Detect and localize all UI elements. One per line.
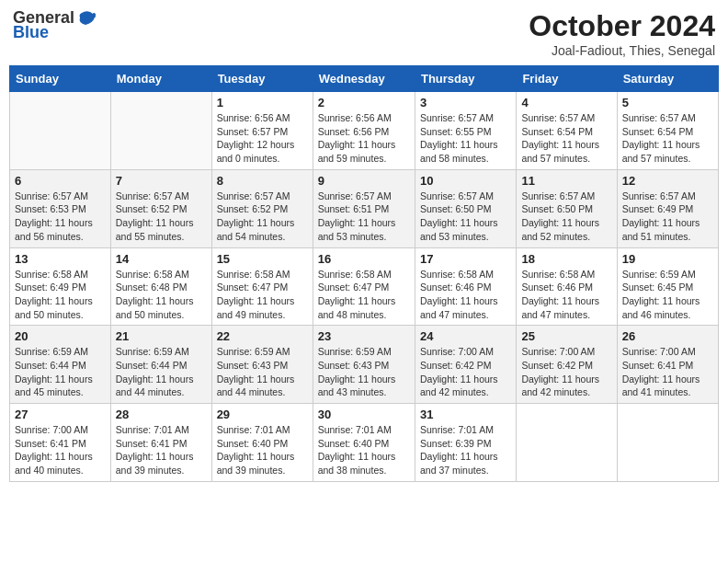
calendar-row: 20Sunrise: 6:59 AMSunset: 6:44 PMDayligh… [10,326,719,404]
table-row: 6Sunrise: 6:57 AMSunset: 6:53 PMDaylight… [10,169,111,247]
page-header: General Blue October 2024 Joal-Fadiout, … [9,9,719,58]
table-row: 15Sunrise: 6:58 AMSunset: 6:47 PMDayligh… [211,247,313,326]
calendar-row: 1Sunrise: 6:56 AMSunset: 6:57 PMDaylight… [10,92,719,170]
day-number: 20 [15,329,106,343]
day-info: Sunrise: 7:01 AMSunset: 6:41 PMDaylight:… [116,423,207,477]
day-number: 18 [521,252,611,266]
table-row: 17Sunrise: 6:58 AMSunset: 6:46 PMDayligh… [415,247,516,326]
table-row: 20Sunrise: 6:59 AMSunset: 6:44 PMDayligh… [10,326,111,404]
day-number: 7 [116,174,207,188]
calendar-row: 13Sunrise: 6:58 AMSunset: 6:49 PMDayligh… [10,247,719,326]
day-info: Sunrise: 6:58 AMSunset: 6:46 PMDaylight:… [420,268,511,322]
table-row: 29Sunrise: 7:01 AMSunset: 6:40 PMDayligh… [211,404,313,482]
day-number: 14 [116,252,207,266]
table-row: 2Sunrise: 6:56 AMSunset: 6:56 PMDaylight… [313,92,415,170]
day-info: Sunrise: 6:59 AMSunset: 6:44 PMDaylight:… [15,345,106,399]
table-row: 10Sunrise: 6:57 AMSunset: 6:50 PMDayligh… [415,169,516,247]
day-info: Sunrise: 6:57 AMSunset: 6:50 PMDaylight:… [521,190,611,244]
day-number: 19 [622,252,713,266]
col-saturday: Saturday [617,66,718,92]
table-row [10,92,111,170]
day-number: 29 [217,408,308,421]
table-row: 11Sunrise: 6:57 AMSunset: 6:50 PMDayligh… [517,169,617,247]
table-row: 18Sunrise: 6:58 AMSunset: 6:46 PMDayligh… [517,247,617,326]
day-number: 10 [420,174,511,188]
table-row: 9Sunrise: 6:57 AMSunset: 6:51 PMDaylight… [313,169,415,247]
table-row: 13Sunrise: 6:58 AMSunset: 6:49 PMDayligh… [10,247,111,326]
day-number: 30 [318,408,410,421]
table-row: 30Sunrise: 7:01 AMSunset: 6:40 PMDayligh… [313,404,415,482]
calendar-row: 6Sunrise: 6:57 AMSunset: 6:53 PMDaylight… [10,169,719,247]
day-info: Sunrise: 6:58 AMSunset: 6:48 PMDaylight:… [116,268,207,322]
logo-bird-icon [76,10,97,27]
day-info: Sunrise: 6:57 AMSunset: 6:52 PMDaylight:… [217,190,308,244]
day-info: Sunrise: 6:59 AMSunset: 6:43 PMDaylight:… [318,345,410,399]
table-row: 31Sunrise: 7:01 AMSunset: 6:39 PMDayligh… [415,404,516,482]
day-number: 15 [217,252,308,266]
day-number: 21 [116,329,207,343]
calendar-row: 27Sunrise: 7:00 AMSunset: 6:41 PMDayligh… [10,404,719,482]
day-info: Sunrise: 6:57 AMSunset: 6:53 PMDaylight:… [15,190,106,244]
day-number: 25 [521,329,611,343]
table-row: 25Sunrise: 7:00 AMSunset: 6:42 PMDayligh… [517,326,617,404]
day-number: 12 [622,174,713,188]
day-info: Sunrise: 6:58 AMSunset: 6:47 PMDaylight:… [318,268,410,322]
day-number: 4 [521,96,611,109]
day-info: Sunrise: 7:01 AMSunset: 6:39 PMDaylight:… [420,423,511,477]
table-row: 7Sunrise: 6:57 AMSunset: 6:52 PMDaylight… [110,169,211,247]
day-info: Sunrise: 6:57 AMSunset: 6:50 PMDaylight:… [420,190,511,244]
day-number: 11 [521,174,611,188]
day-info: Sunrise: 6:57 AMSunset: 6:55 PMDaylight:… [420,111,511,166]
day-number: 22 [217,329,308,343]
day-number: 13 [15,252,106,266]
day-number: 28 [116,408,207,421]
col-tuesday: Tuesday [211,66,313,92]
day-info: Sunrise: 6:59 AMSunset: 6:43 PMDaylight:… [217,345,308,399]
day-number: 1 [217,96,308,109]
day-number: 6 [15,174,106,188]
day-info: Sunrise: 6:58 AMSunset: 6:47 PMDaylight:… [217,268,308,322]
table-row: 8Sunrise: 6:57 AMSunset: 6:52 PMDaylight… [211,169,313,247]
table-row: 22Sunrise: 6:59 AMSunset: 6:43 PMDayligh… [211,326,313,404]
col-wednesday: Wednesday [313,66,415,92]
day-number: 16 [318,252,410,266]
table-row: 21Sunrise: 6:59 AMSunset: 6:44 PMDayligh… [110,326,211,404]
day-number: 26 [622,329,713,343]
table-row [517,404,617,482]
table-row: 23Sunrise: 6:59 AMSunset: 6:43 PMDayligh… [313,326,415,404]
calendar-header-row: Sunday Monday Tuesday Wednesday Thursday… [10,66,719,92]
day-number: 31 [420,408,511,421]
table-row: 27Sunrise: 7:00 AMSunset: 6:41 PMDayligh… [10,404,111,482]
day-number: 24 [420,329,511,343]
day-info: Sunrise: 6:57 AMSunset: 6:54 PMDaylight:… [622,111,713,166]
day-info: Sunrise: 6:57 AMSunset: 6:54 PMDaylight:… [521,111,611,166]
table-row: 4Sunrise: 6:57 AMSunset: 6:54 PMDaylight… [517,92,617,170]
col-sunday: Sunday [10,66,111,92]
day-info: Sunrise: 7:00 AMSunset: 6:42 PMDaylight:… [521,345,611,399]
table-row: 1Sunrise: 6:56 AMSunset: 6:57 PMDaylight… [211,92,313,170]
day-info: Sunrise: 7:01 AMSunset: 6:40 PMDaylight:… [217,423,308,477]
col-monday: Monday [110,66,211,92]
day-number: 27 [15,408,106,421]
table-row [110,92,211,170]
day-info: Sunrise: 6:58 AMSunset: 6:49 PMDaylight:… [15,268,106,322]
calendar-table: Sunday Monday Tuesday Wednesday Thursday… [9,65,719,482]
table-row: 26Sunrise: 7:00 AMSunset: 6:41 PMDayligh… [617,326,718,404]
table-row: 24Sunrise: 7:00 AMSunset: 6:42 PMDayligh… [415,326,516,404]
day-info: Sunrise: 7:00 AMSunset: 6:41 PMDaylight:… [622,345,713,399]
calendar-title: October 2024 [529,9,715,43]
day-info: Sunrise: 6:59 AMSunset: 6:44 PMDaylight:… [116,345,207,399]
table-row: 3Sunrise: 6:57 AMSunset: 6:55 PMDaylight… [415,92,516,170]
day-info: Sunrise: 6:58 AMSunset: 6:46 PMDaylight:… [521,268,611,322]
table-row: 12Sunrise: 6:57 AMSunset: 6:49 PMDayligh… [617,169,718,247]
col-friday: Friday [517,66,617,92]
calendar-location: Joal-Fadiout, Thies, Senegal [529,43,715,58]
table-row: 14Sunrise: 6:58 AMSunset: 6:48 PMDayligh… [110,247,211,326]
day-info: Sunrise: 6:57 AMSunset: 6:49 PMDaylight:… [622,190,713,244]
day-number: 2 [318,96,410,109]
table-row [617,404,718,482]
day-number: 3 [420,96,511,109]
table-row: 16Sunrise: 6:58 AMSunset: 6:47 PMDayligh… [313,247,415,326]
day-info: Sunrise: 7:00 AMSunset: 6:41 PMDaylight:… [15,423,106,477]
table-row: 19Sunrise: 6:59 AMSunset: 6:45 PMDayligh… [617,247,718,326]
